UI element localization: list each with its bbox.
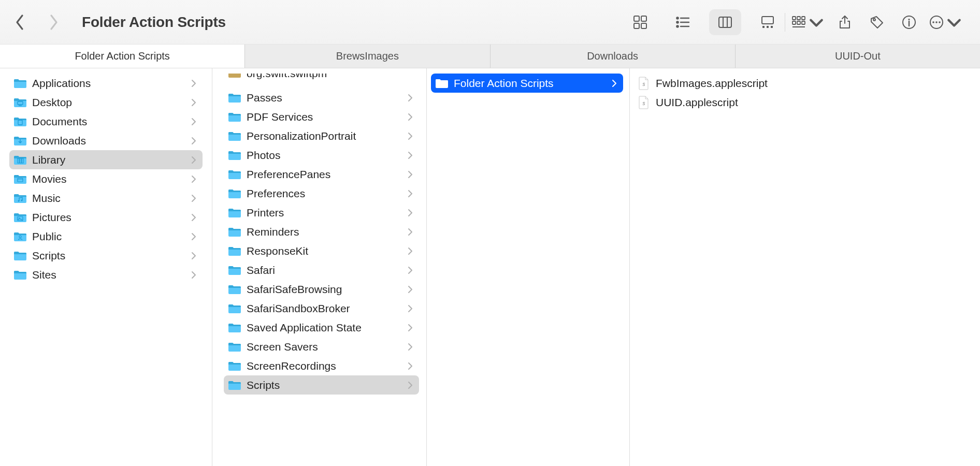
list-item[interactable]: Pictures — [9, 208, 203, 227]
folder-icon — [228, 74, 241, 79]
svg-rect-3 — [641, 23, 646, 28]
chevron-right-icon — [191, 232, 196, 241]
tab-downloads[interactable]: Downloads — [491, 45, 736, 68]
list-item[interactable]: Screen Savers — [224, 337, 419, 356]
item-label: Passes — [247, 92, 408, 104]
tab-brewsimages[interactable]: BrewsImages — [245, 45, 490, 68]
list-item[interactable]: PersonalizationPortrait — [224, 126, 419, 145]
info-button[interactable] — [893, 9, 925, 35]
folder-icon — [228, 207, 241, 219]
svg-rect-2 — [634, 23, 639, 28]
folder-icon — [13, 173, 27, 185]
chevron-right-icon — [408, 362, 413, 370]
nav-arrows — [15, 13, 59, 31]
list-item[interactable]: Desktop — [9, 93, 203, 112]
svg-rect-10 — [719, 17, 731, 27]
item-label: Folder Action Scripts — [454, 77, 612, 90]
item-label: Public — [32, 230, 191, 243]
list-item[interactable]: Library — [9, 150, 203, 169]
folder-icon — [13, 231, 27, 242]
chevron-right-icon — [191, 194, 196, 202]
folder-icon — [228, 226, 241, 238]
list-item[interactable]: Reminders — [224, 222, 419, 241]
list-item[interactable]: SafariSandboxBroker — [224, 299, 419, 318]
list-item[interactable]: Printers — [224, 203, 419, 222]
tags-button[interactable] — [861, 9, 893, 35]
toolbar: Folder Action Scripts — [0, 0, 980, 45]
chevron-right-icon — [408, 151, 413, 159]
list-item[interactable]: Documents — [9, 112, 203, 131]
list-item[interactable]: Downloads — [9, 131, 203, 150]
forward-button[interactable] — [48, 13, 59, 31]
list-item[interactable]: PDF Services — [224, 107, 419, 126]
item-label: ScreenRecordings — [247, 360, 408, 372]
svg-rect-16 — [771, 26, 773, 28]
item-label: Scripts — [32, 250, 191, 262]
chevron-right-icon — [408, 266, 413, 274]
chevron-right-icon — [408, 381, 413, 389]
list-item[interactable]: Scripts — [9, 246, 203, 265]
item-label: Movies — [32, 173, 191, 185]
item-label: Sites — [32, 269, 191, 281]
tab-uuid-out[interactable]: UUID-Out — [736, 45, 980, 68]
view-columns-button[interactable] — [709, 9, 741, 35]
tab-label: Folder Action Scripts — [75, 50, 169, 62]
list-item[interactable]: org.swift.swiftpm — [224, 74, 415, 85]
list-item[interactable]: Safari — [224, 260, 419, 280]
list-item[interactable]: s FwbImages.applescript — [634, 74, 971, 93]
list-item[interactable]: ScreenRecordings — [224, 356, 419, 375]
item-label: Preferences — [247, 187, 408, 200]
list-item[interactable]: Music — [9, 188, 203, 208]
column-2: org.swift.swiftpm Passes PDF Services Pe… — [212, 68, 427, 466]
list-item[interactable]: ResponseKit — [224, 241, 419, 260]
chevron-right-icon — [408, 190, 413, 198]
svg-rect-22 — [802, 21, 805, 24]
column-3: Folder Action Scripts — [427, 68, 630, 466]
list-item[interactable]: Sites — [9, 265, 203, 284]
toolbar-separator — [785, 13, 785, 32]
list-item[interactable]: Saved Application State — [224, 318, 419, 337]
list-item[interactable]: Scripts — [224, 375, 419, 395]
view-mode-group — [624, 9, 784, 35]
item-label: SafariSafeBrowsing — [247, 283, 408, 296]
item-label: Printers — [247, 207, 408, 219]
chevron-right-icon — [408, 285, 413, 294]
folder-icon — [435, 78, 449, 89]
item-label: PreferencePanes — [247, 168, 408, 181]
chevron-right-icon — [408, 94, 413, 102]
list-item[interactable]: Passes — [224, 88, 419, 107]
share-button[interactable] — [829, 9, 861, 35]
svg-rect-14 — [762, 26, 765, 28]
back-button[interactable] — [15, 13, 26, 31]
chevron-right-icon — [191, 137, 196, 145]
list-item[interactable]: Preferences — [224, 184, 419, 203]
chevron-right-icon — [408, 324, 413, 332]
svg-rect-17 — [792, 17, 796, 20]
list-item[interactable]: s UUID.applescript — [634, 93, 971, 112]
item-label: Reminders — [247, 226, 408, 238]
folder-icon — [13, 193, 27, 204]
more-button[interactable] — [925, 9, 965, 35]
item-label: SafariSandboxBroker — [247, 302, 408, 315]
applescript-icon: s — [638, 77, 650, 90]
view-gallery-button[interactable] — [752, 9, 784, 35]
view-list-button[interactable] — [667, 9, 699, 35]
list-item[interactable]: Photos — [224, 145, 419, 165]
tab-folder-action-scripts[interactable]: Folder Action Scripts — [0, 45, 245, 68]
list-item[interactable]: Folder Action Scripts — [431, 74, 623, 93]
list-item[interactable]: SafariSafeBrowsing — [224, 280, 419, 299]
chevron-right-icon — [408, 209, 413, 217]
svg-rect-20 — [792, 21, 796, 24]
window-title: Folder Action Scripts — [82, 14, 226, 31]
list-item[interactable]: Applications — [9, 74, 203, 93]
folder-icon — [228, 341, 241, 353]
list-item[interactable]: PreferencePanes — [224, 165, 419, 184]
list-item[interactable]: Movies — [9, 169, 203, 188]
svg-point-43 — [21, 199, 23, 201]
item-label: Scripts — [247, 379, 408, 391]
list-item[interactable]: Public — [9, 227, 203, 246]
item-label: PersonalizationPortrait — [247, 130, 408, 142]
group-by-button[interactable] — [786, 9, 829, 35]
folder-icon — [13, 250, 27, 261]
view-icons-button[interactable] — [624, 9, 656, 35]
